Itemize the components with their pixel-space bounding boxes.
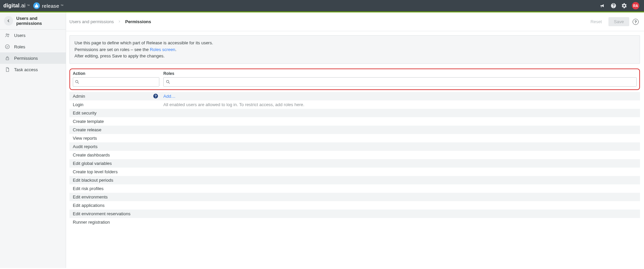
table-row: Edit security xyxy=(69,109,640,117)
side-nav: Users Roles Permissions Task access xyxy=(0,30,66,75)
sidebar: Users and permissions Users Roles Permis… xyxy=(0,12,66,268)
sidebar-title: Users and permissions xyxy=(16,16,62,26)
action-search-input[interactable] xyxy=(81,78,159,86)
sidebar-item-users[interactable]: Users xyxy=(0,30,66,41)
permission-action: Edit environments xyxy=(69,194,160,199)
permission-action: Create template xyxy=(69,119,160,124)
action-search[interactable] xyxy=(73,77,159,87)
permission-action: Create release xyxy=(69,127,160,132)
sidebar-item-permissions[interactable]: Permissions xyxy=(0,52,66,64)
breadcrumb-current: Permissions xyxy=(125,19,151,24)
breadcrumb: Users and permissions Permissions xyxy=(69,19,151,24)
brand-release-text: release xyxy=(42,3,59,9)
sidebar-item-task-access[interactable]: Task access xyxy=(0,64,66,75)
permission-action-label: View reports xyxy=(73,136,97,141)
permission-action-label: Audit reports xyxy=(73,144,98,149)
sidebar-item-roles[interactable]: Roles xyxy=(0,41,66,52)
avatar[interactable]: RA xyxy=(632,2,639,9)
table-row: Edit environment reservations xyxy=(69,210,640,218)
lock-icon xyxy=(5,55,10,61)
table-row: Edit global variables xyxy=(69,159,640,168)
table-row: Create top level folders xyxy=(69,168,640,176)
permissions-table: Admin?Add…LoginAll enabled users are all… xyxy=(69,92,640,226)
permission-action-label: Edit global variables xyxy=(73,161,112,166)
permission-action-label: Create template xyxy=(73,119,104,124)
permission-action-label: Edit applications xyxy=(73,203,105,208)
search-icon xyxy=(73,80,81,84)
release-icon xyxy=(33,2,40,9)
permission-action-label: Create dashboards xyxy=(73,152,110,158)
table-row: Admin?Add… xyxy=(69,92,640,100)
permission-action: Create dashboards xyxy=(69,152,160,158)
filter-action: Action xyxy=(73,71,159,87)
svg-point-4 xyxy=(75,80,78,83)
sidebar-item-label: Permissions xyxy=(14,56,38,61)
permission-action-label: Admin xyxy=(73,94,85,99)
page-actions: Reset Save ? xyxy=(587,17,639,26)
users-icon xyxy=(5,33,10,38)
breadcrumb-root[interactable]: Users and permissions xyxy=(69,19,114,24)
permission-action-label: Edit blackout periods xyxy=(73,178,113,183)
brand-logo-suffix: .ai xyxy=(20,3,26,8)
info-line-2: Permissions are set on roles – see the R… xyxy=(74,46,635,53)
announcement-icon[interactable] xyxy=(600,3,606,9)
brand-logo: digital.ai xyxy=(3,3,25,9)
permission-action-label: Create release xyxy=(73,127,101,132)
permission-action-label: Runner registration xyxy=(73,220,110,225)
permission-action: Create top level folders xyxy=(69,169,160,174)
svg-rect-3 xyxy=(6,58,9,60)
permission-action: Login xyxy=(69,102,160,107)
filter-action-label: Action xyxy=(73,71,159,76)
help-icon[interactable] xyxy=(610,3,616,9)
brand-tm: ™ xyxy=(27,4,30,7)
table-row: Create template xyxy=(69,117,640,126)
add-roles-link[interactable]: Add… xyxy=(163,94,175,99)
main: Users and permissions Permissions Reset … xyxy=(66,12,644,268)
table-row: Audit reports xyxy=(69,142,640,151)
reset-button[interactable]: Reset xyxy=(587,17,605,26)
table-row: LoginAll enabled users are allowed to lo… xyxy=(69,100,640,109)
header-actions: RA xyxy=(600,2,639,9)
table-row: Runner registration xyxy=(69,218,640,226)
sidebar-item-label: Roles xyxy=(14,44,25,49)
row-help-icon[interactable]: ? xyxy=(153,94,158,98)
permission-action: Runner registration xyxy=(69,220,160,225)
breadcrumb-bar: Users and permissions Permissions Reset … xyxy=(66,12,644,31)
permission-action: Edit environment reservations xyxy=(69,211,160,216)
save-button[interactable]: Save xyxy=(608,17,629,26)
permission-action: Edit applications xyxy=(69,203,160,208)
svg-line-5 xyxy=(78,82,79,83)
roles-search[interactable] xyxy=(163,77,637,87)
chevron-right-icon xyxy=(118,19,121,24)
sidebar-header: Users and permissions xyxy=(0,12,66,30)
info-line-1: Use this page to define which part of Re… xyxy=(74,40,635,46)
info-box: Use this page to define which part of Re… xyxy=(69,35,640,64)
info-line-3: After editing, press Save to apply the c… xyxy=(74,53,635,59)
info-line-2-suffix: . xyxy=(175,47,177,52)
content: Use this page to define which part of Re… xyxy=(66,31,644,226)
permission-action: View reports xyxy=(69,136,160,141)
file-icon xyxy=(5,67,10,72)
svg-line-7 xyxy=(169,82,170,83)
permission-action-label: Create top level folders xyxy=(73,169,118,174)
table-row: Create release xyxy=(69,126,640,134)
info-line-2-prefix: Permissions are set on roles – see the xyxy=(74,47,150,52)
filter-roles-label: Roles xyxy=(163,71,637,76)
table-row: Edit applications xyxy=(69,201,640,210)
permission-action: Admin? xyxy=(69,94,160,99)
svg-point-6 xyxy=(166,80,169,83)
back-button[interactable] xyxy=(4,16,13,26)
permission-action: Audit reports xyxy=(69,144,160,149)
permission-action: Edit security xyxy=(69,110,160,116)
page-help-icon[interactable]: ? xyxy=(633,19,639,25)
filters-row: Action Roles xyxy=(69,69,640,90)
brand-logo-main: digital xyxy=(3,3,20,8)
table-row: Create dashboards xyxy=(69,151,640,159)
permission-roles[interactable]: Add… xyxy=(160,94,640,99)
permission-action: Edit blackout periods xyxy=(69,178,160,183)
permission-roles[interactable]: All enabled users are allowed to log in.… xyxy=(160,102,640,107)
roles-screen-link[interactable]: Roles screen xyxy=(150,47,175,52)
roles-search-input[interactable] xyxy=(172,78,636,86)
svg-point-0 xyxy=(6,34,7,35)
gear-icon[interactable] xyxy=(621,3,627,9)
